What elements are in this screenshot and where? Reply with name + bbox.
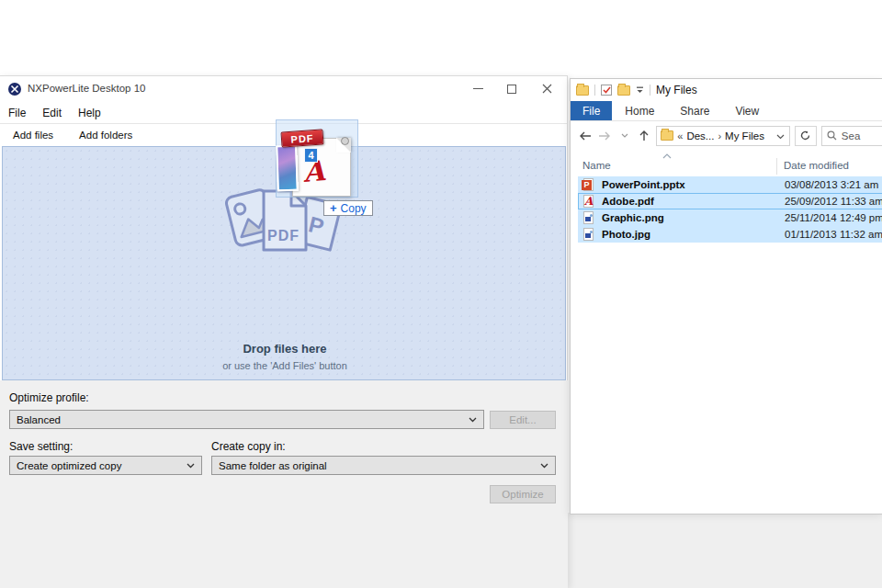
breadcrumb-parent[interactable]: Des...: [686, 130, 714, 141]
nxpowerlite-app-icon: [8, 83, 21, 96]
create-copy-label: Create copy in:: [211, 440, 286, 453]
titlebar-separator: [650, 85, 650, 96]
close-icon: [542, 84, 552, 94]
optimize-profile-value: Balanced: [17, 414, 61, 425]
image-file-icon: [582, 228, 595, 242]
chevron-down-icon: [469, 417, 477, 423]
ribbon-tabs: File Home Share View: [571, 101, 882, 121]
explorer-app-icon: [576, 85, 589, 96]
address-folder-icon: [661, 130, 673, 141]
breadcrumb-current[interactable]: My Files: [725, 130, 764, 141]
drag-preview-image-thumbnail: [276, 145, 299, 192]
qat-new-folder-icon[interactable]: [617, 85, 630, 96]
save-setting-label: Save setting:: [9, 440, 73, 453]
file-list: P PowerPoint.pptx 03/08/2013 3:21 am A A…: [571, 176, 882, 243]
chevron-down-icon: [540, 463, 548, 469]
explorer-window-title: My Files: [656, 84, 697, 96]
titlebar-separator: [594, 85, 595, 96]
screenshot-canvas: NXPowerLite Desktop 10 File Edit Help Ad…: [0, 0, 882, 588]
drag-preview-pdf-banner: PDF: [280, 129, 323, 147]
explorer-titlebar[interactable]: My Files: [571, 79, 882, 101]
column-divider[interactable]: [776, 158, 777, 175]
navigation-bar: « Des... › My Files Sea: [571, 121, 882, 150]
plus-icon: +: [330, 202, 337, 214]
minimize-icon: [473, 88, 483, 89]
file-row-powerpoint[interactable]: P PowerPoint.pptx 03/08/2013 3:21 am: [578, 176, 882, 193]
breadcrumb-prefix: «: [677, 130, 683, 141]
file-explorer-window: My Files File Home Share View «: [570, 78, 882, 514]
file-name: Adobe.pdf: [602, 196, 654, 207]
file-row-adobe-pdf[interactable]: A Adobe.pdf 25/09/2012 11:33 am: [578, 193, 882, 209]
optimize-profile-label: Optimize profile:: [9, 391, 89, 404]
save-setting-value: Create optimized copy: [17, 460, 121, 471]
forward-button[interactable]: [597, 127, 612, 145]
file-name: Graphic.png: [602, 212, 664, 223]
powerpoint-file-icon: P: [582, 178, 595, 192]
file-name: Photo.jpg: [602, 229, 650, 240]
add-folders-button[interactable]: Add folders: [66, 130, 145, 141]
tab-file[interactable]: File: [571, 101, 612, 120]
address-bar[interactable]: « Des... › My Files: [656, 126, 790, 146]
image-file-icon: [582, 211, 595, 225]
edit-profile-button[interactable]: Edit...: [490, 411, 556, 429]
maximize-icon: [507, 85, 516, 94]
file-date: 03/08/2013 3:21 am: [785, 179, 878, 190]
refresh-icon: [800, 130, 810, 141]
copy-tooltip-label: Copy: [341, 202, 367, 215]
window-title: NXPowerLite Desktop 10: [28, 83, 145, 94]
drop-zone-subheading: or use the 'Add Files' button: [3, 360, 567, 371]
settings-panel: Optimize profile: Balanced Edit... Save …: [0, 380, 568, 588]
column-header-date-modified[interactable]: Date modified: [784, 160, 849, 171]
address-dropdown-chevron-icon[interactable]: [776, 134, 785, 140]
create-copy-value: Same folder as original: [219, 460, 327, 471]
pdf-file-icon: A: [582, 195, 595, 209]
file-date: 25/11/2014 12:49 pm: [785, 212, 882, 223]
nxp-titlebar[interactable]: NXPowerLite Desktop 10: [0, 76, 567, 102]
create-copy-select[interactable]: Same folder as original: [211, 456, 556, 475]
file-row-photo[interactable]: Photo.jpg 01/11/2013 11:32 am: [578, 226, 882, 243]
tab-view[interactable]: View: [722, 101, 772, 120]
file-name: PowerPoint.pptx: [602, 179, 685, 190]
drag-preview-ring-icon: [341, 137, 349, 145]
close-button[interactable]: [531, 76, 562, 101]
optimize-profile-select[interactable]: Balanced: [9, 410, 484, 429]
save-setting-select[interactable]: Create optimized copy: [9, 456, 202, 475]
menu-help[interactable]: Help: [70, 107, 109, 119]
optimize-button[interactable]: Optimize: [490, 485, 556, 503]
file-date: 25/09/2012 11:33 am: [785, 196, 882, 207]
drop-zone-heading: Drop files here: [3, 342, 567, 356]
file-date: 01/11/2013 11:32 am: [785, 229, 882, 240]
file-row-graphic[interactable]: Graphic.png 25/11/2014 12:49 pm: [578, 209, 882, 226]
add-files-button[interactable]: Add files: [0, 130, 66, 141]
pdf-file-outline-icon: PDF: [264, 191, 306, 250]
back-button[interactable]: [578, 127, 593, 145]
search-icon: [827, 130, 837, 141]
column-header-name[interactable]: Name: [582, 160, 611, 171]
tab-share[interactable]: Share: [667, 101, 722, 120]
refresh-button[interactable]: [795, 126, 817, 146]
minimize-button[interactable]: [462, 76, 493, 101]
maximize-button[interactable]: [496, 76, 527, 101]
qat-properties-icon[interactable]: [601, 85, 612, 96]
menu-file[interactable]: File: [0, 107, 34, 119]
search-placeholder-text: Sea: [842, 130, 860, 141]
breadcrumb-separator: ›: [718, 130, 721, 141]
qat-customize-icon[interactable]: [636, 86, 644, 94]
svg-text:PDF: PDF: [267, 228, 300, 243]
search-input[interactable]: Sea: [821, 126, 882, 146]
column-headers: Name Date modified: [571, 156, 882, 176]
sort-ascending-icon: [662, 153, 672, 159]
drag-file-count-badge: 4: [304, 148, 318, 163]
tab-home[interactable]: Home: [612, 101, 667, 120]
drag-copy-tooltip: + Copy: [323, 200, 373, 216]
chevron-down-icon: [187, 463, 195, 469]
recent-locations-chevron-icon[interactable]: [617, 127, 632, 145]
menu-edit[interactable]: Edit: [34, 107, 70, 119]
up-button[interactable]: [637, 127, 651, 145]
